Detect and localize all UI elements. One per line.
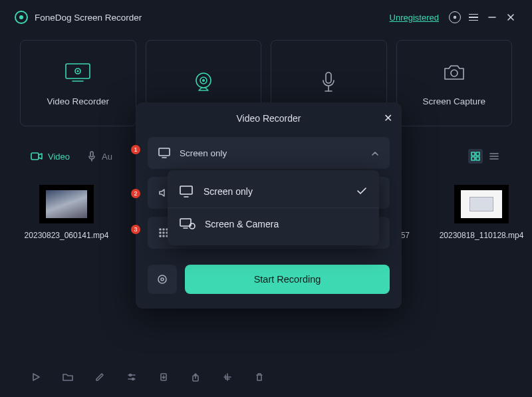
thumbnail bbox=[39, 185, 94, 223]
tab-label: Video bbox=[48, 152, 70, 162]
step-badge-2: 2 bbox=[131, 189, 140, 198]
svg-rect-19 bbox=[476, 152, 479, 156]
edit-icon[interactable] bbox=[92, 369, 108, 385]
step-badge-1: 1 bbox=[131, 145, 140, 154]
app-title: FoneDog Screen Recorder bbox=[35, 13, 142, 23]
thumbnail bbox=[454, 185, 509, 223]
svg-point-10 bbox=[202, 79, 205, 82]
svg-point-40 bbox=[160, 229, 161, 230]
close-button[interactable] bbox=[501, 8, 520, 27]
crop-icon[interactable] bbox=[219, 369, 235, 385]
file-name: 20230818_110128.mp4 bbox=[440, 230, 524, 241]
view-toggle bbox=[468, 149, 501, 164]
svg-rect-33 bbox=[159, 148, 170, 156]
mic-small-icon bbox=[87, 151, 96, 162]
tab-label: Au bbox=[102, 152, 112, 162]
share-icon[interactable] bbox=[188, 369, 203, 385]
gear-icon bbox=[156, 273, 168, 285]
video-recorder-modal: Video Recorder ✕ 1 2 3 Screen only Scree… bbox=[136, 102, 402, 309]
title-bar: FoneDog Screen Recorder Unregistered bbox=[0, 0, 532, 35]
list-item[interactable]: 20230823_060141.mp4 bbox=[27, 185, 106, 253]
close-icon[interactable]: ✕ bbox=[384, 112, 392, 124]
svg-rect-15 bbox=[31, 153, 39, 160]
mode-video-recorder[interactable]: Video Recorder bbox=[20, 40, 136, 126]
tab-audio[interactable]: Au bbox=[87, 151, 112, 162]
monitor-small-icon bbox=[158, 148, 172, 158]
trash-icon[interactable] bbox=[251, 369, 267, 385]
record-settings-button[interactable] bbox=[148, 265, 177, 294]
modal-header: Video Recorder ✕ bbox=[136, 102, 402, 134]
monitor-icon bbox=[63, 61, 92, 84]
svg-point-47 bbox=[163, 235, 164, 237]
bottom-toolbar bbox=[28, 369, 267, 385]
check-icon bbox=[356, 186, 367, 197]
mode-label: Video Recorder bbox=[47, 96, 109, 106]
camera-icon bbox=[440, 61, 469, 84]
modal-title: Video Recorder bbox=[236, 113, 301, 124]
svg-point-0 bbox=[454, 17, 456, 19]
option-screen-only[interactable]: Screen only bbox=[168, 176, 379, 207]
list-item[interactable]: 20230818_110128.mp4 bbox=[442, 185, 521, 253]
svg-rect-21 bbox=[476, 157, 479, 160]
start-button-label: Start Recording bbox=[254, 274, 321, 285]
svg-point-43 bbox=[160, 232, 161, 233]
svg-point-44 bbox=[163, 232, 164, 233]
folder-icon[interactable] bbox=[60, 369, 76, 385]
svg-rect-35 bbox=[180, 186, 192, 194]
settings-icon[interactable] bbox=[446, 8, 464, 27]
minimize-button[interactable] bbox=[483, 8, 501, 27]
grid-view-button[interactable] bbox=[468, 149, 483, 164]
display-mode-dropdown: Screen only Screen & Camera bbox=[168, 170, 379, 245]
svg-rect-20 bbox=[471, 157, 475, 160]
selector-label: Screen only bbox=[180, 148, 227, 158]
option-screen-camera[interactable]: Screen & Camera bbox=[168, 208, 379, 240]
mode-screen-capture[interactable]: Screen Capture bbox=[396, 40, 513, 126]
play-icon[interactable] bbox=[28, 369, 44, 385]
svg-rect-16 bbox=[90, 152, 93, 157]
monitor-small-icon bbox=[180, 186, 194, 198]
app-logo-icon bbox=[15, 11, 28, 24]
svg-point-50 bbox=[161, 278, 164, 281]
svg-point-46 bbox=[160, 235, 161, 237]
chevron-up-icon bbox=[371, 148, 379, 158]
svg-rect-11 bbox=[326, 72, 331, 83]
display-mode-selector[interactable]: Screen only bbox=[148, 137, 390, 169]
tab-video[interactable]: Video bbox=[31, 152, 70, 162]
mode-label: Screen Capture bbox=[422, 96, 485, 106]
svg-point-7 bbox=[77, 70, 79, 72]
unregistered-link[interactable]: Unregistered bbox=[390, 13, 439, 23]
option-label: Screen only bbox=[203, 186, 253, 197]
svg-rect-18 bbox=[471, 152, 475, 156]
svg-point-41 bbox=[163, 229, 164, 230]
menu-icon[interactable] bbox=[464, 8, 483, 27]
microphone-icon bbox=[314, 71, 343, 95]
sliders-icon[interactable] bbox=[124, 369, 140, 385]
start-recording-button[interactable]: Start Recording bbox=[185, 265, 390, 294]
video-icon bbox=[31, 152, 43, 161]
file-name: 20230823_060141.mp4 bbox=[25, 230, 109, 241]
svg-point-14 bbox=[451, 70, 458, 76]
monitor-camera-icon bbox=[180, 218, 196, 230]
webcam-icon bbox=[189, 71, 218, 95]
download-icon[interactable] bbox=[156, 369, 172, 385]
list-view-button[interactable] bbox=[487, 149, 501, 164]
step-badge-3: 3 bbox=[131, 225, 140, 234]
svg-point-49 bbox=[158, 275, 166, 283]
option-label: Screen & Camera bbox=[205, 219, 279, 229]
